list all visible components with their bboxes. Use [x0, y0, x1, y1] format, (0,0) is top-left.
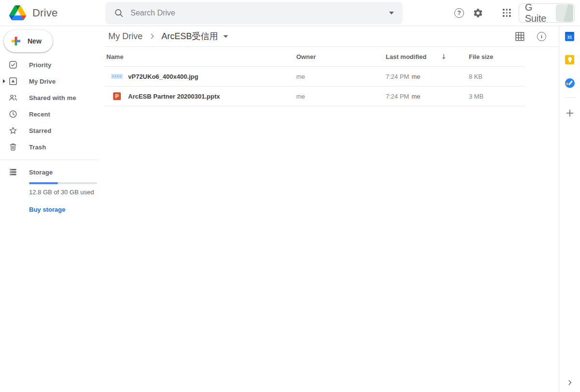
sidebar-item-label: Trash — [29, 144, 46, 151]
column-header-name[interactable]: Name — [106, 53, 123, 60]
image-thumbnail-icon — [111, 74, 123, 79]
settings-button[interactable] — [473, 8, 483, 18]
sidebar-item-my-drive[interactable]: My Drive — [0, 73, 104, 89]
topbar-actions: ? G Suite — [454, 3, 580, 23]
expand-arrow-icon[interactable] — [3, 79, 5, 83]
search-bar[interactable] — [105, 2, 403, 24]
sidebar-item-shared-with-me[interactable]: Shared with me — [0, 89, 104, 106]
keep-button[interactable] — [565, 55, 574, 64]
breadcrumb-bar: My Drive ArcESB受信用 i — [104, 26, 559, 47]
storage-progress-fill — [29, 182, 58, 184]
file-size: 8 KB — [469, 73, 482, 80]
info-icon: i — [537, 32, 546, 41]
column-header-owner: Owner — [296, 53, 316, 60]
right-side-panel: 31 — [559, 26, 580, 392]
sidebar-nav: Priority My Drive Shared with me Re — [0, 57, 104, 155]
tasks-button[interactable] — [565, 78, 575, 88]
clock-icon — [8, 109, 18, 119]
new-button[interactable]: New — [4, 30, 53, 52]
table-header-row: Name Owner Last modified ↓ File size — [104, 47, 524, 67]
sidebar-item-priority[interactable]: Priority — [0, 57, 104, 73]
drive-logo-area[interactable]: Drive — [0, 5, 104, 20]
file-table: Name Owner Last modified ↓ File size vP7… — [104, 47, 524, 106]
file-modified-time: 7:24 PM — [386, 93, 409, 100]
apps-grid-button[interactable] — [503, 9, 511, 17]
chevron-right-icon — [566, 379, 573, 386]
app-name: Drive — [32, 7, 58, 19]
sidebar-item-label: Recent — [29, 111, 50, 118]
gsuite-label: G Suite — [525, 2, 556, 24]
star-icon — [8, 126, 18, 135]
plus-icon — [566, 109, 574, 117]
my-drive-icon — [8, 76, 18, 86]
file-modified-by: me — [411, 93, 420, 100]
column-header-file-size: File size — [469, 53, 493, 60]
sidebar-item-recent[interactable]: Recent — [0, 106, 104, 122]
main-content: My Drive ArcESB受信用 i Name O — [104, 26, 559, 392]
left-sidebar: New Priority My Drive Shared wit — [0, 26, 104, 392]
rail-divider — [564, 97, 576, 98]
storage-section: Storage 12.8 GB of 30 GB used Buy storag… — [0, 164, 104, 214]
top-bar: Drive ? G Suite — [0, 0, 580, 26]
hide-side-panel-button[interactable] — [566, 379, 573, 386]
shared-people-icon — [8, 93, 18, 102]
sidebar-item-trash[interactable]: Trash — [0, 139, 104, 155]
multicolor-plus-icon — [10, 35, 22, 47]
info-button[interactable]: i — [537, 32, 546, 41]
search-options-caret-icon[interactable] — [389, 12, 394, 15]
calendar-day-number: 31 — [567, 35, 572, 40]
sidebar-item-label: Priority — [29, 61, 51, 69]
buy-storage-link[interactable]: Buy storage — [29, 206, 65, 213]
storage-icon — [8, 167, 18, 177]
grid-view-icon — [515, 32, 524, 41]
sidebar-divider — [0, 160, 98, 160]
sidebar-item-label: Starred — [29, 127, 51, 134]
sort-descending-icon[interactable]: ↓ — [441, 53, 447, 60]
breadcrumb-separator-icon — [148, 32, 156, 40]
gear-icon — [473, 8, 483, 18]
new-button-label: New — [28, 37, 42, 45]
help-button[interactable]: ? — [454, 8, 464, 18]
sidebar-item-label: My Drive — [29, 78, 56, 85]
storage-progress — [29, 182, 97, 184]
file-size: 3 MB — [469, 93, 483, 100]
powerpoint-icon: P — [113, 92, 121, 100]
breadcrumb-root[interactable]: My Drive — [108, 31, 143, 42]
file-owner: me — [296, 93, 305, 100]
storage-label: Storage — [29, 169, 53, 176]
grid-view-button[interactable] — [515, 32, 524, 41]
google-drive-logo-icon — [9, 5, 26, 20]
file-modified-by: me — [411, 73, 420, 80]
google-calendar-icon: 31 — [565, 32, 574, 41]
trash-icon — [8, 142, 18, 152]
apps-grid-icon — [503, 9, 511, 17]
view-actions: i — [515, 32, 559, 41]
get-add-ons-button[interactable] — [566, 109, 574, 117]
priority-icon — [8, 60, 18, 70]
help-icon: ? — [454, 8, 464, 18]
column-header-last-modified[interactable]: Last modified — [386, 53, 427, 60]
tasks-pencil-icon — [568, 80, 573, 86]
sidebar-item-label: Shared with me — [29, 94, 76, 102]
gsuite-badge[interactable]: G Suite — [519, 3, 575, 23]
storage-used-text: 12.8 GB of 30 GB used — [29, 189, 104, 196]
search-input[interactable] — [130, 9, 389, 17]
organization-logo-image — [556, 4, 573, 22]
file-modified-time: 7:24 PM — [386, 73, 409, 80]
file-name[interactable]: ArcESB Partner 20200301.pptx — [128, 93, 220, 100]
file-row-image[interactable]: vP72UKo6_400x400.jpg me 7:24 PM me 8 KB — [104, 67, 524, 87]
sidebar-item-storage[interactable]: Storage — [0, 164, 104, 180]
sidebar-item-starred[interactable]: Starred — [0, 122, 104, 139]
search-icon — [114, 8, 124, 18]
file-row-pptx[interactable]: P ArcESB Partner 20200301.pptx me 7:24 P… — [104, 87, 524, 106]
folder-menu-caret-icon[interactable] — [223, 35, 228, 38]
file-name[interactable]: vP72UKo6_400x400.jpg — [128, 73, 198, 80]
file-owner: me — [296, 73, 305, 80]
breadcrumb-current[interactable]: ArcESB受信用 — [161, 30, 218, 42]
calendar-button[interactable]: 31 — [565, 32, 574, 41]
